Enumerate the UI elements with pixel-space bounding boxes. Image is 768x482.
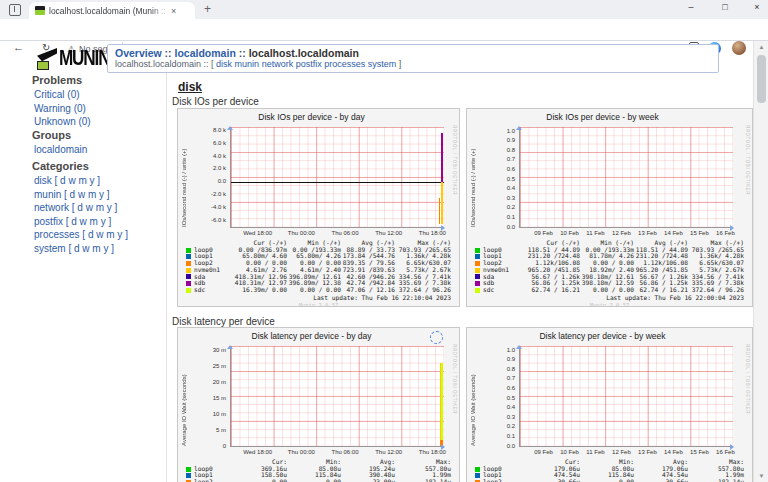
y-tick-label: -4.0 k: [180, 204, 226, 211]
chart-legend: Cur (-/+)Min (-/+)Avg (-/+)Max (-/+)loop…: [186, 240, 451, 309]
x-tick-label: 16 Feb: [716, 449, 735, 455]
data-spike: [440, 440, 443, 446]
profile-avatar[interactable]: [732, 41, 746, 55]
x-tick-label: Thu 18:00: [419, 449, 446, 455]
last-update: Last update: Thu Feb 16 22:00:04 2023: [475, 295, 744, 302]
y-tick-label: 2.0 k: [180, 165, 226, 172]
scrollbar-thumb[interactable]: [757, 55, 766, 103]
y-tick-label: 0.2: [469, 204, 515, 211]
x-tick-label: 13 Feb: [638, 449, 657, 455]
back-button[interactable]: ←: [13, 42, 24, 53]
category-link-munin[interactable]: munin [ d w m y ]: [32, 188, 128, 202]
y-tick-label: 20 m: [180, 379, 226, 386]
x-tick-label: 14 Feb: [664, 449, 683, 455]
y-tick-label: 0.9: [469, 137, 515, 144]
minimize-button[interactable]: –: [682, 2, 700, 12]
x-tick-label: 10 Feb: [560, 449, 579, 455]
sidebar-groups: Groups localdomain: [32, 129, 87, 157]
y-tick-label: 30 m: [180, 347, 226, 354]
y-tick-label: 0.1: [469, 433, 515, 440]
y-tick-label: 0.0: [180, 178, 226, 185]
legend-row: sdc16.39m/ 0.000.00 / 0.0047.06 / 12.163…: [186, 287, 451, 294]
category-link-processes[interactable]: processes [ d w m y ]: [32, 228, 128, 242]
subnav-link-network[interactable]: network: [262, 59, 294, 69]
y-tick-label: 0: [180, 443, 226, 450]
problem-link[interactable]: Warning (0): [32, 102, 91, 116]
section-label-latency: Disk latency per device: [172, 316, 275, 327]
browser-tab[interactable]: localhost.localdomain (Munin :: lo ×: [29, 2, 195, 19]
group-link[interactable]: localdomain: [32, 143, 87, 157]
subnav-link-disk[interactable]: disk: [216, 59, 232, 69]
legend-color-swatch: [475, 268, 480, 273]
chart-row-ios: Disk IOs per device - by dayRRDTOOL / TO…: [177, 108, 753, 307]
subnav-link-system[interactable]: system: [368, 59, 397, 69]
graph-image[interactable]: [230, 346, 444, 447]
y-tick-label: 10 m: [180, 411, 226, 418]
x-tick-label: 15 Feb: [690, 230, 709, 236]
address-bar: ← ↻ ⚠ No seguro 192.168.0.103/munin/loca…: [0, 19, 768, 41]
graph-image[interactable]: [230, 127, 444, 228]
category-link-postfix[interactable]: postfix [ d w m y ]: [32, 215, 128, 229]
page-scrollbar[interactable]: ▲ ▼: [753, 41, 768, 482]
graph-zoom-icon[interactable]: [430, 331, 443, 344]
problems-title: Problems: [32, 74, 91, 86]
x-tick-label: Thu 12:00: [375, 449, 402, 455]
chart-title: Disk latency per device - by week: [467, 331, 738, 341]
y-tick-label: -6.0 k: [180, 217, 226, 224]
x-tick-label: 11 Feb: [586, 449, 604, 455]
x-tick-label: Wed 18:00: [243, 449, 272, 455]
y-tick-label: 0.9: [469, 356, 515, 363]
x-tick-label: 12 Feb: [612, 230, 631, 236]
graph-image[interactable]: [519, 127, 733, 228]
scroll-down-icon[interactable]: ▼: [754, 473, 768, 479]
problem-link[interactable]: Unknown (0): [32, 115, 91, 129]
legend-value: 16.39m/ 0.00: [233, 287, 287, 294]
y-tick-label: 4.0 k: [180, 153, 226, 160]
y-tick-label: 0.8: [469, 147, 515, 154]
new-tab-button[interactable]: +: [204, 2, 211, 16]
subnav-link-postfix[interactable]: postfix: [296, 59, 322, 69]
close-button[interactable]: ×: [748, 2, 766, 12]
munin-version: Munin 2.0.57: [186, 302, 451, 309]
category-link-disk[interactable]: disk [ d w m y ]: [32, 174, 128, 188]
maximize-button[interactable]: □: [716, 2, 734, 12]
y-tick-label: 5 m: [180, 427, 226, 434]
scroll-up-icon[interactable]: ▲: [754, 44, 768, 50]
page-title[interactable]: disk: [178, 80, 202, 94]
subnav-suffix: ]: [396, 59, 401, 69]
y-tick-label: 0.7: [469, 375, 515, 382]
legend-color-swatch: [186, 261, 191, 266]
tab-actions-icon[interactable]: [9, 4, 21, 16]
x-tick-label: Thu 12:00: [375, 230, 402, 236]
sidebar-divider: [166, 73, 167, 482]
chart-panel-ios-day: Disk IOs per device - by dayRRDTOOL / TO…: [177, 108, 460, 307]
y-tick-label: 25 m: [180, 363, 226, 370]
y-tick-label: 0.5: [469, 395, 515, 402]
y-tick-label: 0.0: [469, 443, 515, 450]
y-tick-label: 0.8: [469, 366, 515, 373]
x-tick-label: Thu 06:00: [332, 449, 359, 455]
y-tick-label: 0.1: [469, 214, 515, 221]
legend-color-swatch: [475, 473, 480, 478]
subnav-link-munin[interactable]: munin: [235, 59, 260, 69]
munin-version: Munin 2.0.57: [475, 302, 744, 309]
category-subnav: localhost.localdomain :: [ disk munin ne…: [115, 59, 711, 70]
sidebar-problems: Problems Critical (0)Warning (0)Unknown …: [32, 74, 91, 129]
subnav-link-processes[interactable]: processes: [324, 59, 365, 69]
breadcrumb-group-link[interactable]: localdomain: [175, 47, 236, 59]
tab-close-icon[interactable]: ×: [171, 6, 176, 16]
breadcrumb-overview-link[interactable]: Overview: [115, 47, 162, 59]
x-tick-label: Thu 18:00: [419, 230, 446, 236]
munin-header-box: Overview :: localdomain :: localhost.loc…: [107, 44, 719, 73]
legend-color-swatch: [475, 248, 480, 253]
problem-link[interactable]: Critical (0): [32, 88, 91, 102]
y-tick-label: 0.2: [469, 423, 515, 430]
y-tick-label: 1.0: [469, 128, 515, 135]
x-tick-label: 14 Feb: [664, 230, 683, 236]
legend-row: loop1158.50u115.84u390.48u1.99m: [186, 472, 451, 479]
y-tick-label: -2.0 k: [180, 191, 226, 198]
category-link-system[interactable]: system [ d w m y ]: [32, 242, 128, 256]
category-link-network[interactable]: network [ d w m y ]: [32, 201, 128, 215]
graph-image[interactable]: [519, 346, 733, 447]
x-tick-label: Thu 06:00: [332, 230, 359, 236]
